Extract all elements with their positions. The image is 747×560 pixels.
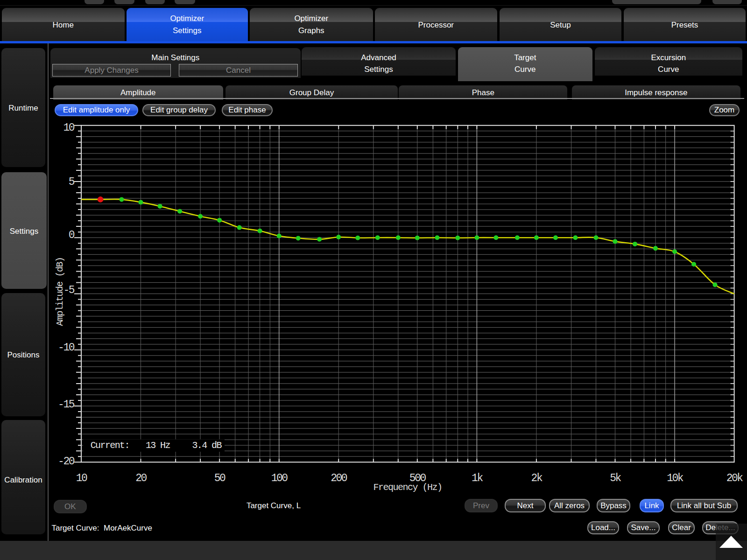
svg-text:10k: 10k [667,472,684,484]
svg-text:20: 20 [135,472,147,484]
svg-text:-15: -15 [58,399,75,411]
svg-text:5k: 5k [610,472,621,484]
svg-text:Frequency (Hz): Frequency (Hz) [373,482,442,493]
svg-text:10: 10 [76,472,87,484]
svg-text:1k: 1k [472,472,483,484]
svg-text:Current:: Current: [91,440,129,451]
svg-text:Amplitude (dB): Amplitude (dB) [55,257,65,326]
svg-text:3.4 dB: 3.4 dB [192,440,222,451]
svg-text:2k: 2k [531,472,543,484]
svg-text:100: 100 [271,472,288,484]
svg-text:0: 0 [69,229,75,241]
svg-text:-20: -20 [58,455,75,468]
svg-text:50: 50 [214,472,226,484]
svg-text:20k: 20k [726,472,743,484]
svg-text:10: 10 [63,122,74,134]
svg-text:200: 200 [331,472,347,484]
svg-text:13 Hz: 13 Hz [146,440,170,451]
svg-text:5: 5 [69,176,75,188]
svg-text:-10: -10 [58,342,75,354]
